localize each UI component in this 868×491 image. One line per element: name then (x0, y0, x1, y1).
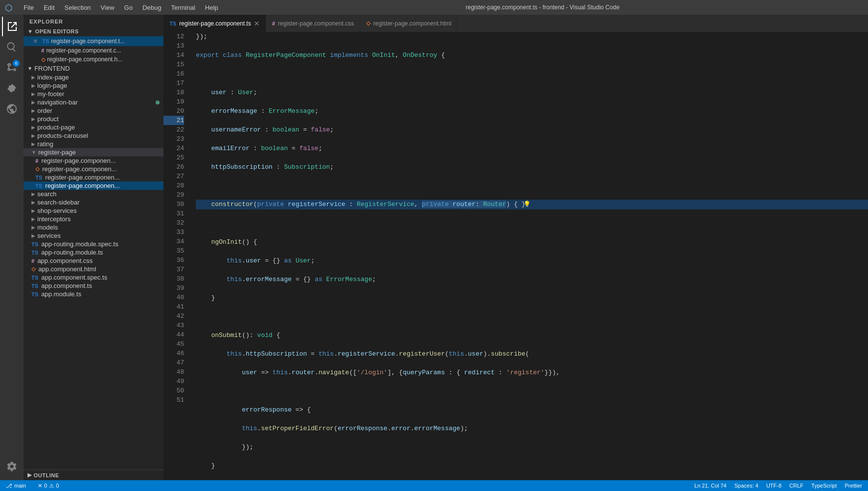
status-branch[interactable]: ⎇ main (4, 483, 28, 489)
tree-item-label: login-page (37, 82, 163, 89)
frontend-header[interactable]: ▼ FRONTEND (24, 64, 163, 73)
code-line-36 (196, 480, 868, 480)
code-line-28: onSubmit(): void { (196, 331, 868, 340)
menu-view[interactable]: View (97, 3, 118, 12)
open-editor-ts[interactable]: ✕ TS register-page.component.t... (24, 36, 163, 46)
tree-item-label: app.component.spec.ts (41, 274, 163, 281)
activity-remote[interactable] (2, 99, 22, 119)
code-line-19: httpSubscription : Subscription; (196, 162, 868, 172)
activity-settings[interactable] (2, 457, 22, 476)
menu-selection[interactable]: Selection (60, 3, 94, 12)
tree-register-html[interactable]: ◇ register-page.componen... (24, 165, 163, 173)
ts-file-icon: TS (42, 38, 49, 44)
menu-bar[interactable]: File Edit Selection View Go Debug Termin… (20, 3, 222, 12)
open-editors-header[interactable]: ▼ OPEN EDITORS (24, 26, 163, 36)
spaces-text: Spaces: 4 (734, 483, 759, 489)
menu-help[interactable]: Help (201, 3, 222, 12)
activity-extensions[interactable] (2, 78, 22, 98)
editor-area: TS register-page.component.ts ✕ # regist… (163, 15, 868, 480)
sidebar: EXPLORER ▼ OPEN EDITORS ✕ TS register-pa… (24, 15, 163, 480)
open-editor-css[interactable]: # register-page.component.c... (24, 46, 163, 55)
tree-app-routing-spec[interactable]: TS app-routing.module.spec.ts (24, 240, 163, 248)
tab-css[interactable]: # register-page.component.css (266, 15, 360, 32)
tree-item-label: register-page.componen... (42, 165, 163, 173)
tree-index-page[interactable]: ▶ index-page (24, 73, 163, 81)
status-language[interactable]: TypeScript (810, 483, 839, 489)
tree-search[interactable]: ▶ search (24, 190, 163, 198)
outline-section: ▶ OUTLINE (24, 469, 163, 480)
html-icon: ◇ (35, 166, 39, 172)
tree-item-label: product (37, 115, 163, 123)
ts-icon: TS (31, 291, 38, 297)
status-position[interactable]: Ln 21, Col 74 (692, 483, 728, 489)
code-line-24: this.user = {} as User; (196, 256, 868, 265)
status-encoding[interactable]: UTF-8 (764, 483, 784, 489)
arrow-icon: ▶ (31, 191, 35, 197)
tab-ts-close[interactable]: ✕ (254, 20, 260, 27)
tree-services[interactable]: ▶ services (24, 232, 163, 240)
tree-order[interactable]: ▶ order (24, 106, 163, 115)
tree-search-sidebar[interactable]: ▶ search-sidebar (24, 198, 163, 207)
open-editor-html[interactable]: ◇ register-page.component.h... (24, 55, 163, 64)
tree-product-page[interactable]: ▶ product-page (24, 123, 163, 131)
menu-go[interactable]: Go (120, 3, 136, 12)
menu-debug[interactable]: Debug (138, 3, 165, 12)
tree-app-routing[interactable]: TS app-routing.module.ts (24, 248, 163, 257)
tree-my-footer[interactable]: ▶ my-footer (24, 90, 163, 98)
code-line-20 (196, 181, 868, 190)
tree-models[interactable]: ▶ models (24, 223, 163, 232)
tree-app-ts[interactable]: TS app.component.ts (24, 282, 163, 290)
tree-item-label: register-page.componen... (45, 174, 163, 181)
status-errors[interactable]: ✕ 0 ⚠ 0 (36, 483, 61, 489)
tree-app-css[interactable]: # app.component.css (24, 257, 163, 265)
tree-register-page[interactable]: ▼ register-page (24, 148, 163, 156)
arrow-icon: ▶ (31, 200, 35, 205)
tree-item-label: search (37, 190, 163, 198)
tree-item-label: register-page.componen... (41, 157, 163, 164)
code-line-17: usernameError : boolean = false; (196, 125, 868, 134)
tree-app-html[interactable]: ◇ app.component.html (24, 265, 163, 273)
status-formatter[interactable]: Prettier (843, 483, 864, 489)
tab-html[interactable]: ◇ register-page.component.html (360, 15, 458, 32)
open-editors-section: ▼ OPEN EDITORS ✕ TS register-page.compon… (24, 26, 163, 64)
tree-shop-services[interactable]: ▶ shop-services (24, 207, 163, 215)
tree-app-spec[interactable]: TS app.component.spec.ts (24, 273, 163, 282)
status-eol[interactable]: CRLF (787, 483, 806, 489)
status-spaces[interactable]: Spaces: 4 (732, 483, 760, 489)
tree-item-label: models (37, 224, 163, 231)
tree-products-carousel[interactable]: ▶ products-carousel (24, 131, 163, 140)
tree-item-label: search-sidebar (37, 199, 163, 206)
outline-header[interactable]: ▶ OUTLINE (24, 470, 163, 480)
tree-register-ts1[interactable]: TS register-page.componen... (24, 173, 163, 181)
activity-source-control[interactable]: 6 (2, 58, 22, 78)
vscode-logo: ⬡ (5, 2, 15, 12)
menu-edit[interactable]: Edit (40, 3, 58, 12)
tree-item-label: products-carousel (37, 132, 163, 139)
tree-item-label: index-page (37, 74, 163, 81)
tree-app-module[interactable]: TS app.module.ts (24, 290, 163, 298)
activity-explorer[interactable] (2, 17, 22, 36)
tree-login-page[interactable]: ▶ login-page (24, 81, 163, 90)
code-line-26: } (196, 293, 868, 303)
tree-rating[interactable]: ▶ rating (24, 140, 163, 148)
tree-navigation-bar[interactable]: ▶ navigation-bar (24, 98, 163, 106)
code-line-23: ngOnInit() { (196, 237, 868, 247)
arrow-icon: ▶ (31, 116, 35, 122)
css-icon: # (35, 158, 38, 164)
menu-terminal[interactable]: Terminal (167, 3, 199, 12)
close-ts-btn[interactable]: ✕ (31, 37, 39, 45)
tree-register-ts2[interactable]: TS register-page.componen... (24, 181, 163, 190)
tab-css-label: register-page.component.css (278, 20, 354, 27)
code-editor[interactable]: }); export class RegisterPageComponent i… (188, 32, 868, 480)
tree-product[interactable]: ▶ product (24, 115, 163, 123)
activity-search[interactable] (2, 37, 22, 57)
tree-interceptors[interactable]: ▶ interceptors (24, 215, 163, 223)
tree-item-label: app-routing.module.spec.ts (41, 240, 163, 248)
tree-register-css[interactable]: # register-page.componen... (24, 156, 163, 165)
editor-content[interactable]: 12 13 14 15 16 17 18 19 20 21 22 23 24 2… (163, 32, 868, 480)
menu-file[interactable]: File (20, 3, 38, 12)
tab-ts[interactable]: TS register-page.component.ts ✕ (163, 15, 266, 32)
title-bar: ⬡ File Edit Selection View Go Debug Term… (0, 0, 868, 15)
ts-icon: TS (31, 275, 38, 281)
tree-item-label: app.module.ts (41, 290, 163, 298)
